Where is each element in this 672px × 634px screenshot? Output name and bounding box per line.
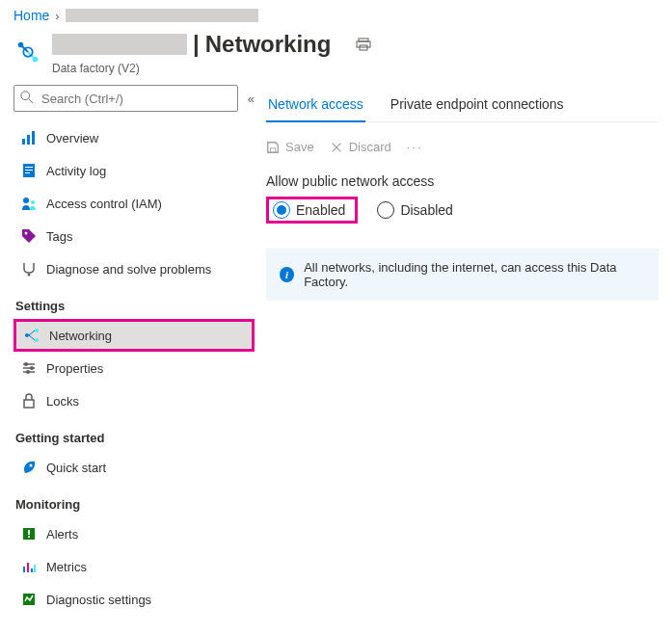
sidebar-item-label: Alerts [46, 527, 78, 542]
sidebar-item-metrics[interactable]: Metrics [13, 550, 255, 583]
radio-enabled[interactable]: Enabled [273, 201, 345, 219]
sidebar-item-tags[interactable]: Tags [13, 220, 255, 252]
sidebar-item-label: Diagnostic settings [46, 593, 151, 607]
metrics-icon [21, 559, 37, 574]
sidebar-item-locks[interactable]: Locks [13, 384, 255, 417]
svg-rect-30 [24, 400, 34, 408]
info-icon: i [280, 267, 294, 282]
search-input[interactable] [40, 91, 231, 107]
sidebar-item-quick-start[interactable]: Quick start [13, 451, 255, 484]
sidebar-item-label: Properties [46, 361, 103, 376]
discard-label: Discard [349, 140, 391, 154]
chevron-right-icon: › [55, 9, 59, 23]
radio-disabled[interactable]: Disabled [377, 201, 452, 219]
radio-disabled-label: Disabled [400, 202, 452, 218]
svg-rect-9 [27, 135, 30, 145]
sidebar-item-label: Activity log [46, 164, 106, 178]
breadcrumb: Home › [13, 8, 659, 23]
svg-rect-38 [34, 565, 36, 572]
svg-point-2 [33, 56, 39, 62]
sidebar-item-label: Quick start [46, 461, 106, 475]
svg-point-31 [30, 464, 33, 467]
svg-point-29 [26, 370, 30, 374]
content-pane: Network access Private endpoint connecti… [266, 85, 659, 616]
sidebar-item-label: Access control (IAM) [46, 197, 162, 211]
sidebar-item-networking[interactable]: Networking [13, 319, 255, 352]
tab-network-access[interactable]: Network access [266, 91, 365, 121]
page-header: | Networking Data factory (V2) [13, 31, 659, 75]
data-factory-icon [13, 38, 42, 69]
svg-line-23 [29, 335, 35, 340]
sidebar-item-alerts[interactable]: Alerts [13, 517, 255, 550]
sidebar-item-diagnostic-settings[interactable]: Diagnostic settings [13, 583, 255, 616]
sidebar: « Overview Activity log Access control (… [13, 85, 255, 616]
info-text: All networks, including the internet, ca… [304, 260, 645, 289]
svg-point-19 [25, 333, 29, 337]
sidebar-item-properties[interactable]: Properties [13, 352, 255, 384]
resource-type-subtitle: Data factory (V2) [52, 62, 371, 75]
lock-icon [21, 393, 37, 409]
svg-rect-33 [28, 530, 30, 535]
diagnostic-settings-icon [21, 592, 37, 607]
iam-icon [21, 196, 37, 211]
breadcrumb-resource-redacted [66, 9, 258, 22]
diagnose-icon [21, 261, 37, 277]
sidebar-item-label: Networking [49, 329, 112, 343]
activity-log-icon [21, 163, 37, 178]
breadcrumb-home-link[interactable]: Home [13, 8, 49, 23]
svg-point-17 [25, 232, 28, 235]
svg-rect-12 [25, 167, 33, 168]
svg-rect-4 [357, 41, 370, 47]
alerts-icon [21, 526, 37, 542]
allow-public-access-label: Allow public network access [266, 173, 659, 189]
svg-point-15 [23, 198, 29, 203]
svg-point-25 [24, 362, 28, 366]
save-button[interactable]: Save [266, 140, 314, 154]
sidebar-item-diagnose[interactable]: Diagnose and solve problems [13, 252, 255, 285]
sidebar-item-label: Metrics [46, 560, 87, 574]
sidebar-item-access-control[interactable]: Access control (IAM) [13, 187, 255, 220]
toolbar: Save Discard ··· [266, 140, 659, 154]
properties-icon [21, 360, 37, 376]
svg-rect-35 [23, 567, 25, 572]
search-icon [20, 91, 34, 107]
quick-start-icon [21, 460, 37, 475]
svg-rect-13 [25, 170, 33, 171]
sidebar-item-label: Overview [46, 131, 98, 145]
monitoring-section-header: Monitoring [13, 484, 255, 517]
svg-rect-8 [22, 139, 25, 145]
svg-point-6 [21, 91, 30, 99]
discard-button[interactable]: Discard [330, 140, 391, 154]
sidebar-item-label: Diagnose and solve problems [46, 262, 211, 277]
sidebar-item-overview[interactable]: Overview [13, 121, 255, 154]
more-actions-button[interactable]: ··· [407, 140, 423, 154]
svg-point-0 [18, 41, 24, 47]
svg-point-18 [28, 274, 31, 277]
svg-point-20 [35, 329, 39, 332]
svg-rect-10 [32, 131, 35, 145]
svg-line-7 [29, 98, 33, 102]
search-box[interactable] [13, 85, 238, 112]
print-icon[interactable] [356, 31, 371, 58]
getting-started-section-header: Getting started [13, 417, 255, 451]
svg-rect-37 [31, 568, 33, 572]
svg-point-27 [30, 366, 34, 370]
radio-circle-icon [273, 201, 290, 219]
svg-rect-36 [27, 563, 29, 572]
page-title: Networking [205, 31, 332, 58]
svg-point-21 [35, 338, 39, 342]
sidebar-item-label: Locks [46, 394, 79, 409]
resource-name-redacted [52, 34, 187, 55]
collapse-sidebar-icon[interactable]: « [248, 92, 255, 106]
overview-icon [21, 130, 37, 145]
radio-enabled-label: Enabled [296, 202, 345, 218]
svg-line-22 [29, 330, 35, 335]
save-label: Save [285, 140, 314, 154]
svg-point-16 [31, 200, 35, 204]
tab-private-endpoint[interactable]: Private endpoint connections [389, 91, 566, 121]
svg-rect-34 [28, 536, 30, 538]
content-tabs: Network access Private endpoint connecti… [266, 91, 659, 122]
sidebar-item-activity-log[interactable]: Activity log [13, 154, 255, 187]
public-access-radio-group: Enabled Disabled [266, 197, 659, 224]
settings-section-header: Settings [13, 285, 255, 319]
